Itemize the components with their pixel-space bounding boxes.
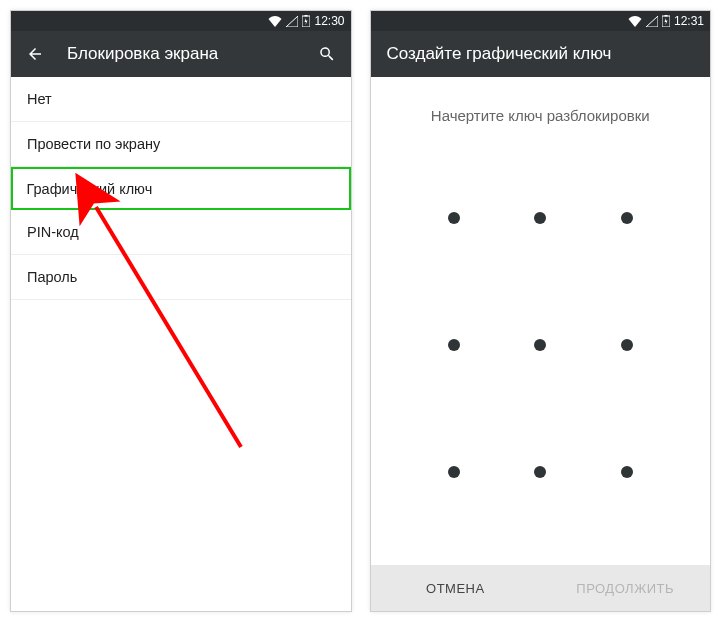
option-pattern[interactable]: Графический ключ bbox=[11, 167, 351, 210]
app-bar: Блокировка экрана bbox=[11, 31, 351, 77]
clock: 12:31 bbox=[674, 14, 704, 28]
bottom-bar: ОТМЕНА ПРОДОЛЖИТЬ bbox=[371, 565, 711, 611]
page-title: Блокировка экрана bbox=[67, 44, 295, 64]
wifi-icon bbox=[268, 16, 282, 27]
search-icon[interactable] bbox=[317, 44, 337, 64]
pattern-dot-6[interactable] bbox=[621, 339, 633, 351]
battery-icon bbox=[302, 15, 310, 27]
pattern-dot-1[interactable] bbox=[448, 212, 460, 224]
svg-rect-4 bbox=[664, 15, 667, 17]
pattern-dot-4[interactable] bbox=[448, 339, 460, 351]
signal-icon bbox=[646, 16, 658, 27]
option-pin[interactable]: PIN-код bbox=[11, 210, 351, 255]
pattern-dot-3[interactable] bbox=[621, 212, 633, 224]
pattern-dot-5[interactable] bbox=[534, 339, 546, 351]
wifi-icon bbox=[628, 16, 642, 27]
back-icon[interactable] bbox=[25, 44, 45, 64]
signal-icon bbox=[286, 16, 298, 27]
continue-button: ПРОДОЛЖИТЬ bbox=[540, 565, 710, 611]
lock-options-list: Нет Провести по экрану Графический ключ … bbox=[11, 77, 351, 611]
phone-left: 12:30 Блокировка экрана Нет Провести по … bbox=[10, 10, 352, 612]
pattern-dot-7[interactable] bbox=[448, 466, 460, 478]
page-title: Создайте графический ключ bbox=[387, 44, 697, 64]
pattern-dot-9[interactable] bbox=[621, 466, 633, 478]
battery-icon bbox=[662, 15, 670, 27]
option-password[interactable]: Пароль bbox=[11, 255, 351, 300]
phone-right: 12:31 Создайте графический ключ Начертит… bbox=[370, 10, 712, 612]
svg-rect-1 bbox=[305, 15, 308, 17]
instruction-text: Начертите ключ разблокировки bbox=[371, 77, 711, 144]
option-none[interactable]: Нет bbox=[11, 77, 351, 122]
app-bar: Создайте графический ключ bbox=[371, 31, 711, 77]
pattern-dot-2[interactable] bbox=[534, 212, 546, 224]
clock: 12:30 bbox=[314, 14, 344, 28]
option-swipe[interactable]: Провести по экрану bbox=[11, 122, 351, 167]
status-bar: 12:31 bbox=[371, 11, 711, 31]
cancel-button[interactable]: ОТМЕНА bbox=[371, 565, 541, 611]
status-bar: 12:30 bbox=[11, 11, 351, 31]
pattern-dot-8[interactable] bbox=[534, 466, 546, 478]
pattern-grid[interactable] bbox=[371, 144, 711, 565]
